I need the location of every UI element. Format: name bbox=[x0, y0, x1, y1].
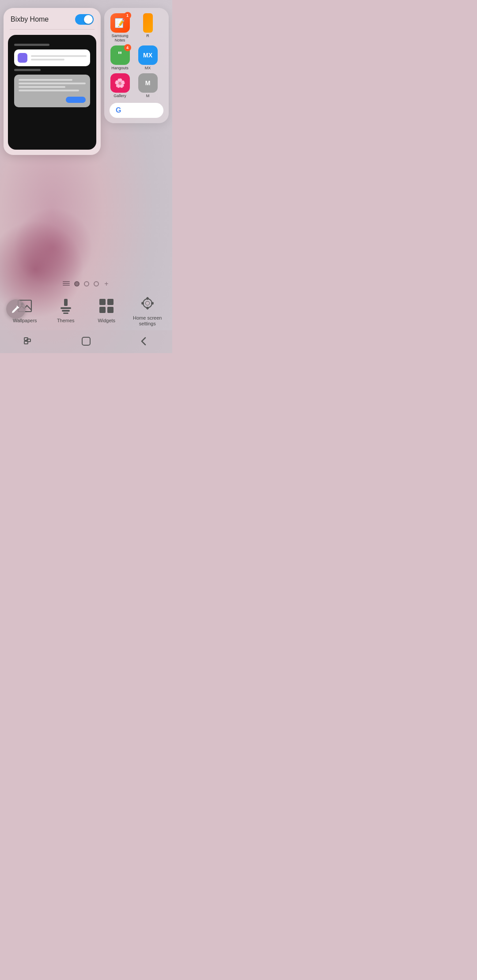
app-item-mx[interactable]: MX MX bbox=[136, 45, 160, 71]
apps-row-2: " 4 Hangouts MX MX bbox=[108, 45, 165, 71]
home-screen-settings-icon bbox=[138, 294, 157, 313]
m-icon: M bbox=[138, 73, 158, 93]
widget-icon bbox=[18, 53, 27, 63]
widget-line-2 bbox=[14, 69, 41, 71]
page-indicator: + bbox=[0, 276, 172, 289]
widget-line-short bbox=[31, 59, 64, 60]
bixby-card-header: Bixby Home bbox=[4, 8, 101, 29]
toggle-knob bbox=[84, 15, 93, 24]
hangouts-label: Hangouts bbox=[111, 66, 129, 71]
wc2-line-4 bbox=[19, 90, 79, 91]
apps-card: 📝 1 Samsung Notes R " 4 Hangout bbox=[104, 8, 169, 123]
svg-rect-3 bbox=[61, 307, 71, 309]
app-item-m[interactable]: M M bbox=[136, 73, 160, 98]
mx-icon: MX bbox=[138, 45, 158, 65]
samsung-notes-icon: 📝 1 bbox=[110, 13, 130, 33]
dot-add[interactable]: + bbox=[103, 281, 110, 287]
toolbar-item-home-screen-settings[interactable]: Home screen settings bbox=[130, 294, 165, 327]
main-content: Bixby Home bbox=[0, 0, 172, 353]
bottom-toolbar: Wallpapers Themes bbox=[0, 289, 172, 330]
widget-card-1 bbox=[14, 49, 90, 66]
re-label: R bbox=[146, 34, 149, 38]
re-icon bbox=[143, 13, 153, 33]
mx-label: MX bbox=[145, 66, 151, 71]
dot-menu bbox=[63, 281, 70, 286]
dot-home bbox=[74, 281, 80, 286]
recents-button[interactable] bbox=[22, 335, 35, 348]
gallery-icon: 🌸 bbox=[110, 73, 130, 93]
phone-preview bbox=[8, 35, 96, 150]
edit-fab[interactable] bbox=[6, 299, 26, 319]
svg-rect-9 bbox=[107, 307, 114, 313]
svg-rect-2 bbox=[64, 299, 68, 306]
dot-page-2 bbox=[84, 281, 89, 286]
hangouts-badge: 4 bbox=[124, 44, 131, 51]
navigation-bar bbox=[0, 330, 172, 353]
themes-label: Themes bbox=[57, 318, 75, 324]
widget-text-lines bbox=[31, 55, 87, 60]
widget-card2-lines bbox=[19, 79, 86, 91]
widget-action-button bbox=[66, 97, 86, 103]
svg-rect-6 bbox=[99, 299, 106, 305]
dot-page-3 bbox=[94, 281, 99, 286]
samsung-notes-badge: 1 bbox=[124, 12, 131, 19]
svg-rect-8 bbox=[99, 307, 106, 313]
m-label: M bbox=[146, 94, 150, 98]
app-item-hangouts[interactable]: " 4 Hangouts bbox=[108, 45, 132, 71]
back-button[interactable] bbox=[137, 335, 150, 348]
svg-point-20 bbox=[146, 302, 149, 305]
apps-row-3: 🌸 Gallery M M bbox=[108, 73, 165, 98]
app-item-gallery[interactable]: 🌸 Gallery bbox=[108, 73, 132, 98]
svg-rect-7 bbox=[107, 299, 114, 305]
toolbar-item-themes[interactable]: Themes bbox=[48, 297, 83, 324]
widget-card-2 bbox=[14, 75, 90, 107]
home-button[interactable] bbox=[80, 335, 93, 348]
hangouts-icon: " 4 bbox=[110, 45, 130, 65]
wc2-line-3 bbox=[19, 86, 65, 88]
widget-line-long bbox=[31, 55, 87, 57]
widget-line-1 bbox=[14, 44, 49, 46]
apps-row-1: 📝 1 Samsung Notes R bbox=[108, 13, 165, 43]
home-screen-settings-label: Home screen settings bbox=[130, 315, 165, 327]
toolbar-item-widgets[interactable]: Widgets bbox=[89, 297, 124, 324]
app-item-re[interactable]: R bbox=[136, 13, 160, 43]
svg-rect-24 bbox=[82, 337, 90, 345]
bixby-divider bbox=[10, 29, 95, 30]
cards-row: Bixby Home bbox=[0, 0, 172, 276]
wc2-line-2 bbox=[19, 83, 86, 84]
bixby-home-card: Bixby Home bbox=[4, 8, 101, 155]
widgets-label: Widgets bbox=[98, 318, 115, 324]
app-item-samsung-notes[interactable]: 📝 1 Samsung Notes bbox=[108, 13, 132, 43]
google-search-bar[interactable]: G bbox=[110, 103, 163, 118]
gallery-label: Gallery bbox=[114, 94, 126, 98]
bixby-home-toggle[interactable] bbox=[75, 14, 94, 25]
widgets-icon bbox=[97, 297, 116, 315]
themes-icon bbox=[57, 297, 75, 315]
svg-rect-4 bbox=[62, 310, 70, 312]
wc2-line-1 bbox=[19, 79, 72, 81]
bixby-home-title: Bixby Home bbox=[11, 15, 49, 23]
svg-rect-5 bbox=[63, 313, 68, 314]
samsung-notes-label: Samsung Notes bbox=[108, 34, 132, 43]
wallpapers-label: Wallpapers bbox=[13, 318, 37, 324]
google-g-letter: G bbox=[116, 106, 121, 114]
